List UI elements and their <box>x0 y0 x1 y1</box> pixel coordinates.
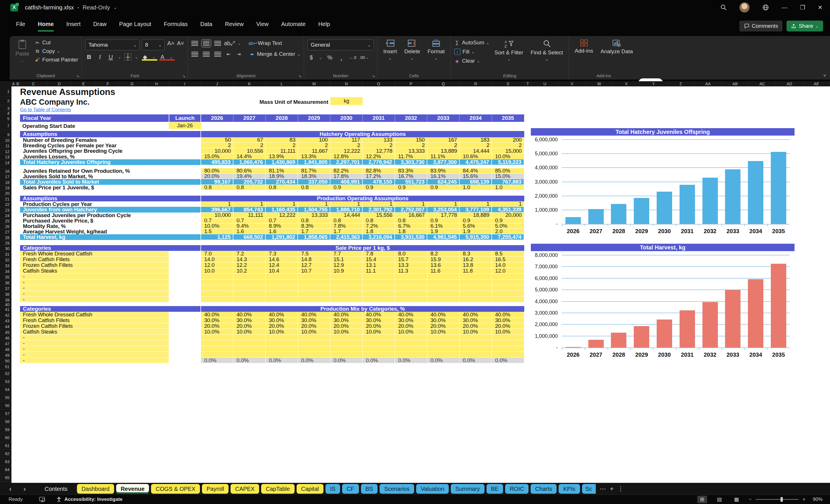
zoom-out-icon[interactable]: − <box>749 497 752 502</box>
column-header[interactable]: H <box>145 81 169 86</box>
cell[interactable]: 30.0% <box>201 317 233 323</box>
cell[interactable]: 40.0% <box>492 312 524 317</box>
cell[interactable]: 19.4% <box>233 174 266 179</box>
globe-icon[interactable] <box>762 4 769 11</box>
cell[interactable] <box>395 346 427 352</box>
cell[interactable]: 11,111 <box>266 148 298 154</box>
cell[interactable]: 668,502 <box>233 234 266 240</box>
cell[interactable]: 2 <box>395 143 427 148</box>
cell[interactable] <box>363 335 395 340</box>
cell[interactable]: 854,743 <box>233 207 266 213</box>
column-header[interactable]: Z <box>667 81 695 86</box>
analyze-data-button[interactable]: Analyze Data <box>598 39 635 71</box>
cell[interactable]: 12.0 <box>492 268 524 274</box>
row-header[interactable]: 39 <box>0 297 11 303</box>
cell[interactable]: 14,444 <box>459 148 492 154</box>
cell[interactable]: 0.0% <box>266 357 298 363</box>
cell[interactable]: 10.2 <box>233 268 266 274</box>
column-header[interactable]: J <box>201 81 233 86</box>
autosum-button[interactable]: ∑AutoSum⌄ <box>454 39 489 46</box>
sheet-tab-captable[interactable]: CapTable <box>261 484 295 494</box>
column-header[interactable]: F <box>96 81 120 86</box>
cell[interactable]: 11.1 <box>363 268 395 274</box>
cell[interactable]: 0.0% <box>459 357 492 363</box>
cell[interactable]: 20.0% <box>233 323 266 329</box>
cell[interactable]: 0.0% <box>492 357 524 363</box>
cell[interactable] <box>459 280 492 285</box>
cell[interactable] <box>201 352 233 357</box>
row-header[interactable]: 49 <box>0 352 11 358</box>
cell[interactable] <box>266 274 298 280</box>
merge-center-button[interactable]: ⬌Merge & Center⌄ <box>249 51 300 57</box>
cell[interactable]: 8.5 <box>492 251 524 257</box>
cell[interactable]: 12,222 <box>330 148 363 154</box>
comments-button[interactable]: Comments <box>739 21 783 31</box>
cell[interactable] <box>395 335 427 340</box>
sheet-tab-cf[interactable]: CF <box>342 484 359 494</box>
tab-scroll-left-icon[interactable]: ‹ <box>6 484 14 494</box>
cell[interactable]: 3,777,109 <box>459 207 492 213</box>
row-header[interactable]: 65 <box>0 474 11 482</box>
sheet-tab-be[interactable]: BE <box>486 484 503 494</box>
column-header[interactable]: AC <box>749 81 776 86</box>
cell[interactable] <box>492 285 524 291</box>
cell[interactable]: 20.0% <box>201 323 233 329</box>
menu-tab-review[interactable]: Review <box>225 21 244 31</box>
cell[interactable]: 1 <box>298 201 330 207</box>
sheet-tab-kpis[interactable]: KPIs <box>558 484 580 494</box>
cell[interactable] <box>266 340 298 346</box>
row-header[interactable]: 1 <box>0 86 11 97</box>
cell[interactable]: 16.5 <box>492 257 524 262</box>
cell[interactable]: 551,723 <box>395 179 427 185</box>
cell[interactable]: 15,000 <box>492 148 524 154</box>
column-header[interactable]: Y <box>640 81 667 86</box>
cell[interactable]: 14.0 <box>492 262 524 268</box>
cell[interactable]: 0.0% <box>298 357 330 363</box>
cell[interactable]: 3,303,730 <box>395 159 427 165</box>
row-header[interactable]: 57 <box>0 410 11 418</box>
cell[interactable]: 408,991 <box>330 179 363 185</box>
cell[interactable]: 4,981,545 <box>427 234 459 240</box>
cell[interactable] <box>201 291 233 296</box>
cell[interactable] <box>427 291 459 296</box>
cell[interactable]: 5,119,223 <box>492 159 524 165</box>
cell[interactable]: 10.0% <box>492 329 524 335</box>
row-header[interactable]: 4 <box>0 112 11 115</box>
menu-tab-view[interactable]: View <box>256 21 268 31</box>
cell[interactable]: 1.9 <box>459 229 492 234</box>
cell[interactable]: 10.0% <box>201 329 233 335</box>
zoom-level[interactable]: 90% <box>813 497 823 502</box>
cell[interactable] <box>266 335 298 340</box>
cell[interactable] <box>363 280 395 285</box>
sheet-tab-contents[interactable]: Contents <box>37 484 75 494</box>
cell[interactable]: 1 <box>395 201 427 207</box>
row-header[interactable]: 9 <box>0 132 11 138</box>
cell[interactable]: 1.6 <box>266 229 298 234</box>
cell[interactable]: 16.7% <box>395 174 427 179</box>
column-header[interactable]: B <box>16 81 20 86</box>
column-header[interactable]: AB <box>722 81 749 86</box>
decrease-font-icon[interactable]: A˅ <box>177 39 184 47</box>
cell[interactable]: 12.2% <box>363 154 395 159</box>
row-header[interactable]: 56 <box>0 402 11 410</box>
cell[interactable]: 12.8% <box>330 154 363 159</box>
cell[interactable]: 10.0% <box>395 329 427 335</box>
cell[interactable]: 16.1% <box>427 174 459 179</box>
cell[interactable] <box>395 274 427 280</box>
find-select-button[interactable]: Find & Select⌄ <box>528 39 565 71</box>
cell[interactable] <box>395 296 427 302</box>
row-header[interactable]: 45 <box>0 329 11 335</box>
cell[interactable] <box>459 291 492 296</box>
menu-tab-page-layout[interactable]: Page Layout <box>119 21 151 31</box>
cell[interactable] <box>330 340 363 346</box>
cell[interactable]: 0.8 <box>266 185 298 190</box>
cell[interactable]: 8.2 <box>427 251 459 257</box>
sheet-tab-capex[interactable]: CAPEX <box>230 484 259 494</box>
cell[interactable]: 1,160,435 <box>266 207 298 213</box>
cell[interactable]: 7.3 <box>266 251 298 257</box>
italic-button[interactable]: I <box>96 53 103 61</box>
row-header[interactable]: 13 <box>0 154 11 160</box>
cell[interactable]: 1.0 <box>459 185 492 190</box>
cell[interactable]: 30.0% <box>427 317 459 323</box>
normal-view-button[interactable]: ⊞ <box>697 496 707 503</box>
